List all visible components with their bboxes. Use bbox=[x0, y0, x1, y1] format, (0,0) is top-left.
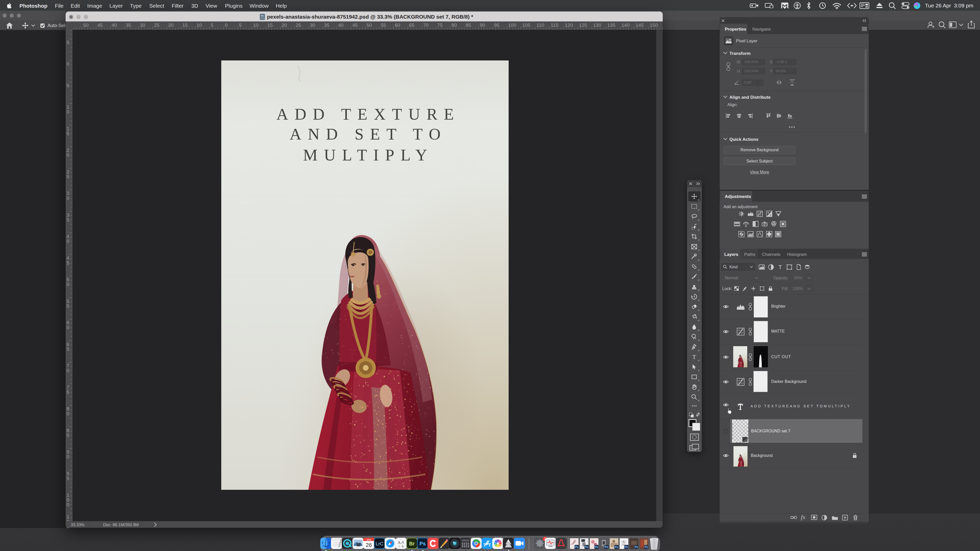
svg-text:AND SET TO: AND SET TO bbox=[290, 125, 447, 143]
svg-text:T: T bbox=[778, 264, 782, 270]
svg-text:Ps: Ps bbox=[420, 541, 426, 546]
svg-text:Br: Br bbox=[409, 541, 415, 546]
svg-text:APR: APR bbox=[367, 539, 371, 541]
svg-text:PSD: PSD bbox=[261, 17, 264, 19]
svg-text:T: T bbox=[692, 354, 696, 360]
svg-text:A: A bbox=[401, 540, 404, 545]
svg-text:MULTIPLY: MULTIPLY bbox=[303, 146, 433, 164]
svg-text:ADD TEXTURE: ADD TEXTURE bbox=[277, 105, 460, 123]
svg-text:Ps: Ps bbox=[261, 14, 264, 17]
svg-text:LrC: LrC bbox=[375, 541, 383, 546]
svg-text:26: 26 bbox=[366, 542, 372, 548]
svg-text:A: A bbox=[398, 545, 400, 548]
svg-text:G: G bbox=[402, 545, 404, 548]
